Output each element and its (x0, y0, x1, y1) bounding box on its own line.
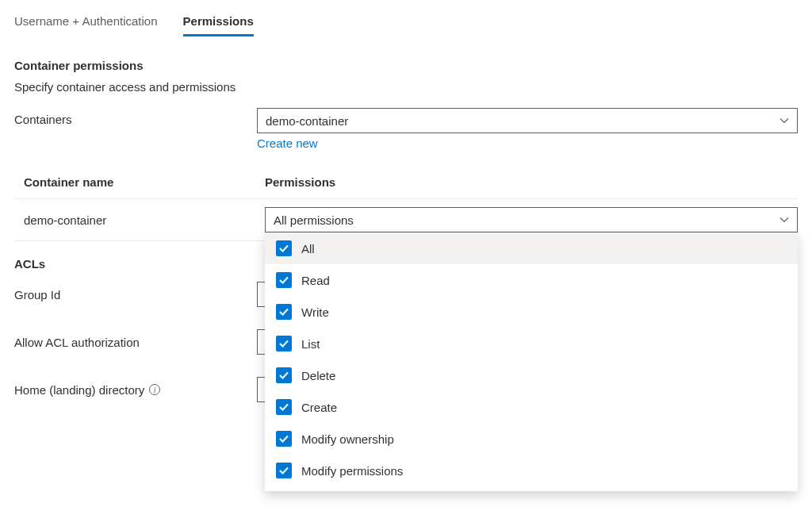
group-id-label: Group Id (14, 288, 257, 301)
perm-option-label: Read (301, 274, 330, 287)
table-header: Container name Permissions (14, 175, 798, 199)
permissions-select[interactable]: All permissions (265, 207, 798, 232)
containers-label: Containers (14, 108, 257, 126)
checkbox-checked-icon (276, 240, 292, 256)
table-row: demo-container All permissions All (14, 199, 798, 241)
allow-acl-label: Allow ACL authorization (14, 336, 257, 349)
container-permissions-title: Container permissions (14, 59, 798, 72)
tab-bar: Username + Authentication Permissions (14, 14, 798, 36)
checkbox-checked-icon (276, 463, 292, 478)
containers-row: Containers demo-container Create new (14, 108, 798, 150)
chevron-down-icon (779, 215, 789, 225)
perm-option-write[interactable]: Write (265, 296, 798, 328)
perm-option-label: Create (301, 401, 337, 414)
tab-permissions[interactable]: Permissions (183, 14, 254, 36)
perm-option-label: Modify permissions (301, 464, 403, 478)
chevron-down-icon (779, 116, 789, 125)
checkbox-checked-icon (276, 272, 292, 288)
perm-option-label: Write (301, 305, 329, 319)
containers-select[interactable]: demo-container (257, 108, 798, 133)
checkbox-checked-icon (276, 399, 292, 415)
permissions-dropdown: All Read Write (265, 232, 798, 491)
perm-option-label: List (301, 337, 320, 351)
perm-option-delete[interactable]: Delete (265, 359, 798, 391)
create-new-link[interactable]: Create new (257, 136, 318, 150)
container-permissions-section: Container permissions Specify container … (14, 59, 798, 150)
perm-option-label: All (301, 242, 315, 255)
checkbox-checked-icon (276, 367, 292, 383)
perm-option-read[interactable]: Read (265, 264, 798, 296)
perm-option-list[interactable]: List (265, 328, 798, 359)
cell-container-name: demo-container (14, 213, 265, 227)
col-container-name: Container name (14, 175, 265, 189)
containers-table: Container name Permissions demo-containe… (14, 175, 798, 241)
perm-option-create[interactable]: Create (265, 391, 798, 423)
perm-option-label: Modify ownership (301, 432, 394, 446)
containers-select-value: demo-container (266, 114, 348, 128)
perm-option-all[interactable]: All (265, 232, 798, 264)
home-dir-label: Home (landing) directory (14, 383, 144, 397)
col-permissions: Permissions (265, 175, 798, 189)
info-icon[interactable]: i (149, 384, 160, 395)
checkbox-checked-icon (276, 304, 292, 320)
container-permissions-subtitle: Specify container access and permissions (14, 80, 798, 94)
permissions-select-value: All permissions (274, 213, 354, 227)
perm-option-label: Delete (301, 369, 335, 382)
checkbox-checked-icon (276, 336, 292, 351)
perm-option-modify-permissions[interactable]: Modify permissions (265, 455, 798, 486)
checkbox-checked-icon (276, 431, 292, 447)
perm-option-modify-ownership[interactable]: Modify ownership (265, 423, 798, 455)
tab-username-auth[interactable]: Username + Authentication (14, 14, 158, 36)
